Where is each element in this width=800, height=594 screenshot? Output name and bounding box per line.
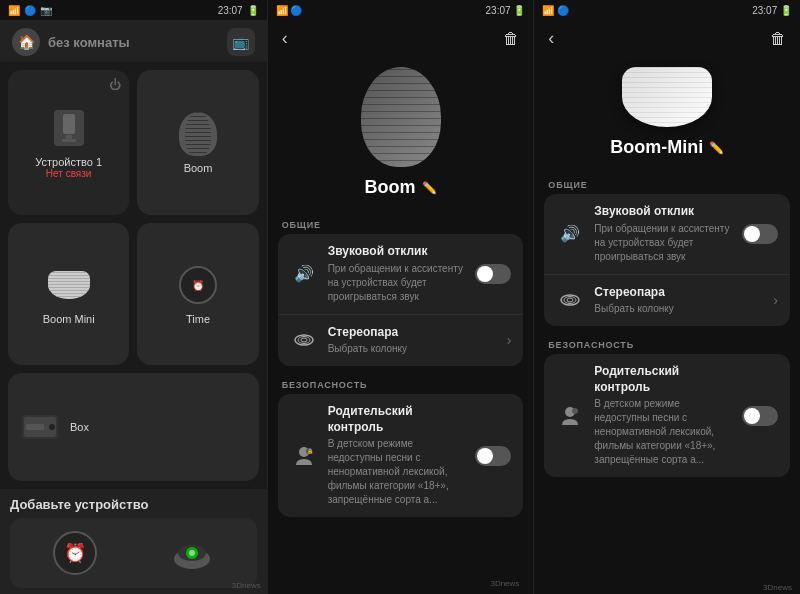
trash-button-boom-mini[interactable]: 🗑 [770, 30, 786, 48]
boom-parental-text: Родительский контроль В детском режиме н… [328, 404, 466, 507]
boom-parental-title: Родительский контроль [328, 404, 466, 435]
sound-icon-boom-mini: 🔊 [556, 220, 584, 248]
svg-point-19 [567, 298, 573, 302]
status-bar-right-2: 23:07 🔋 [486, 5, 526, 16]
boom-mini-speaker-shape [48, 271, 90, 299]
boom-mini-stereo-title: Стереопара [594, 285, 763, 301]
device-status-device1: Нет связи [46, 168, 92, 179]
boom-mini-parental-toggle[interactable] [742, 406, 778, 426]
power-button-device1[interactable]: ⏻ [109, 78, 121, 92]
svg-text:🔒: 🔒 [307, 448, 314, 455]
status-bar-3: 📶 🔵 23:07 🔋 [534, 0, 800, 20]
boom-topbar: ‹ 🗑 [268, 20, 534, 57]
add-device-section: Добавьте устройство ⏰ 3Dnews [0, 489, 267, 594]
svg-point-21 [572, 408, 578, 414]
svg-point-5 [49, 424, 55, 430]
boom-sound-response-row: 🔊 Звуковой отклик При обращении к ассист… [278, 234, 524, 315]
status-bar-left-3: 📶 🔵 [542, 5, 569, 16]
device-name-boom: Boom [184, 162, 213, 174]
boom-sound-toggle[interactable] [475, 264, 511, 284]
battery-icon-2: 🔋 [513, 5, 525, 16]
parental-icon-boom: 🔒 [290, 442, 318, 470]
svg-point-13 [301, 338, 307, 342]
device-name-device1: Устройство 1 [35, 156, 102, 168]
watermark-1: 3Dnews [232, 581, 261, 590]
panel1-header-left: 🏠 без комнаты [12, 28, 130, 56]
boom-mini-parental-row: Родительский контроль В детском режиме н… [544, 354, 790, 477]
trash-button-boom[interactable]: 🗑 [503, 30, 519, 48]
stereo-icon-boom [290, 326, 318, 354]
boom-mini-stereo-row[interactable]: Стереопара Выбрать колонку › [544, 275, 790, 327]
boom-mini-hero: Boom-Mini ✏️ [534, 57, 800, 172]
boom-stereo-desc: Выбрать колонку [328, 342, 497, 356]
status-bar-left-1: 📶 🔵 📷 [8, 5, 52, 16]
svg-rect-1 [66, 135, 72, 139]
boom-mini-parental-desc: В детском режиме недоступны песни с нено… [594, 397, 732, 467]
device-list-panel: 📶 🔵 📷 23:07 🔋 🏠 без комнаты 📺 ⏻ [0, 0, 267, 594]
time-speaker-shape: ⏰ [179, 266, 217, 304]
boom-parental-toggle[interactable] [475, 446, 511, 466]
boom-general-card: 🔊 Звуковой отклик При обращении к ассист… [278, 234, 524, 366]
boom-mini-topbar: ‹ 🗑 [534, 20, 800, 57]
boom-mini-hero-name: Boom-Mini ✏️ [610, 137, 724, 158]
boom-sound-desc: При обращении к ассистенту на устройства… [328, 262, 466, 304]
add-device-banner[interactable]: ⏰ [10, 518, 257, 588]
status-bar-right-3: 23:07 🔋 [752, 5, 792, 16]
boom-hero: Boom ✏️ [268, 57, 534, 212]
boom-sound-title: Звуковой отклик [328, 244, 466, 260]
sound-icon-boom: 🔊 [290, 260, 318, 288]
boom-security-card: 🔒 Родительский контроль В детском режиме… [278, 394, 524, 517]
back-button-boom-mini[interactable]: ‹ [548, 28, 554, 49]
panel1-header: 🏠 без комнаты 📺 [0, 20, 267, 62]
back-button-boom[interactable]: ‹ [282, 28, 288, 49]
add-device-image-1: ⏰ [50, 528, 100, 578]
device-image-boom [176, 112, 220, 156]
signal-icon: 📶 [8, 5, 20, 16]
boom-settings-panel: 📶 🔵 23:07 🔋 ‹ 🗑 Boom ✏️ ОБЩИЕ 🔊 Звуковой… [267, 0, 534, 594]
boom-hero-name: Boom ✏️ [365, 177, 437, 198]
boom-mini-sound-desc: При обращении к ассистенту на устройства… [594, 222, 732, 264]
watermark-3: 3Dnews [534, 581, 800, 594]
boom-settings-scroll[interactable]: ОБЩИЕ 🔊 Звуковой отклик При обращении к … [268, 212, 534, 581]
boom-mini-hero-image [622, 67, 712, 127]
boom-mini-edit-icon[interactable]: ✏️ [709, 141, 724, 155]
camera-icon: 📷 [40, 5, 52, 16]
parental-icon-boom-mini [556, 402, 584, 430]
boom-stereo-row[interactable]: Стереопара Выбрать колонку › [278, 315, 524, 367]
boom-mini-sound-title: Звуковой отклик [594, 204, 732, 220]
boom-general-label: ОБЩИЕ [278, 212, 524, 234]
device-name-time: Time [186, 313, 210, 325]
offline-device-icon [54, 110, 84, 146]
add-device-title: Добавьте устройство [10, 497, 257, 512]
status-bar-right-1: 23:07 🔋 [218, 5, 259, 16]
boom-mini-security-label: БЕЗОПАСНОСТЬ [544, 332, 790, 354]
boom-mini-sound-toggle[interactable] [742, 224, 778, 244]
add-device-icon[interactable]: 📺 [227, 28, 255, 56]
boom-security-label: БЕЗОПАСНОСТЬ [278, 372, 524, 394]
device-card-box[interactable]: Box [8, 373, 259, 481]
boom-mini-sound-text: Звуковой отклик При обращении к ассистен… [594, 204, 732, 264]
device-card-time[interactable]: ⏰ Time [137, 223, 258, 365]
boom-parental-row: 🔒 Родительский контроль В детском режиме… [278, 394, 524, 517]
boom-name-text: Boom [365, 177, 416, 198]
boom-mini-stereo-desc: Выбрать колонку [594, 302, 763, 316]
device-image-time: ⏰ [176, 263, 220, 307]
boom-mini-settings-scroll[interactable]: ОБЩИЕ 🔊 Звуковой отклик При обращении к … [534, 172, 800, 581]
device-card-boom[interactable]: Boom [137, 70, 258, 215]
signal-icon-3: 📶 🔵 [542, 5, 569, 16]
svg-rect-6 [26, 424, 44, 430]
device-card-device1[interactable]: ⏻ Устройство 1 Нет связи [8, 70, 129, 215]
svg-rect-2 [62, 139, 76, 142]
room-icon[interactable]: 🏠 [12, 28, 40, 56]
svg-point-10 [189, 550, 195, 556]
boom-edit-icon[interactable]: ✏️ [422, 181, 437, 195]
stereo-chevron-boom: › [507, 332, 512, 348]
device-name-box: Box [70, 421, 89, 433]
signal-icon-2: 📶 🔵 [276, 5, 303, 16]
status-bar-left-2: 📶 🔵 [276, 5, 303, 16]
device-grid: ⏻ Устройство 1 Нет связи Boom [0, 62, 267, 489]
boom-mini-security-card: Родительский контроль В детском режиме н… [544, 354, 790, 477]
device-card-boom-mini[interactable]: Boom Mini [8, 223, 129, 365]
boom-parental-desc: В детском режиме недоступны песни с нено… [328, 437, 466, 507]
time-2: 23:07 [486, 5, 511, 16]
